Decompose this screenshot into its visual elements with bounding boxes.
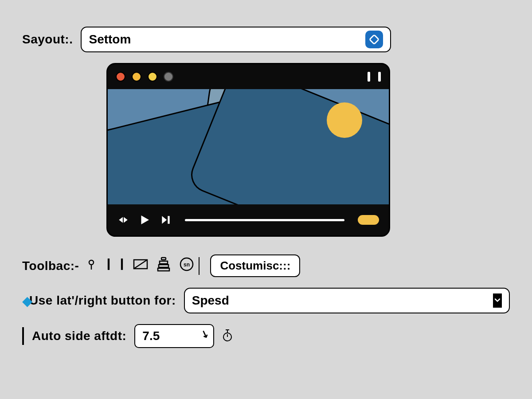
- progress-bar[interactable]: [185, 219, 344, 221]
- chevron-down-icon[interactable]: [493, 293, 502, 308]
- toolbar-divider: [199, 257, 200, 275]
- seconds-icon: [222, 327, 233, 345]
- indicator-bar-icon: [368, 72, 370, 82]
- bar-icon[interactable]: [120, 258, 124, 274]
- layout-label: Sayout:.: [22, 32, 73, 47]
- customize-button[interactable]: Costumisc:::: [210, 254, 300, 277]
- leftright-dropdown[interactable]: Spesd: [184, 288, 510, 313]
- marker-icon: ◆: [22, 293, 32, 309]
- bar-icon[interactable]: [106, 258, 111, 274]
- indicator-bar-icon: [378, 72, 381, 82]
- zoom-dot-icon[interactable]: [148, 72, 157, 82]
- svg-rect-7: [161, 258, 166, 260]
- svg-rect-4: [121, 258, 123, 270]
- autohide-label: Auto side aftdt:: [32, 329, 126, 343]
- search-icon[interactable]: [87, 258, 98, 274]
- vertical-divider: [22, 327, 24, 345]
- minimize-dot-icon[interactable]: [132, 72, 141, 82]
- player-canvas: [108, 89, 389, 204]
- leftright-label: Use lat'/right button for:: [29, 293, 176, 308]
- autohide-value: 7.5: [142, 329, 160, 343]
- leftright-value: Spesd: [192, 293, 229, 308]
- player-controls: [108, 204, 389, 235]
- svg-rect-0: [370, 35, 379, 44]
- prev-button[interactable]: [117, 214, 129, 226]
- next-button[interactable]: [160, 214, 172, 226]
- layout-dropdown[interactable]: Settom: [81, 27, 391, 52]
- extra-dot-icon: [164, 72, 173, 82]
- layout-value: Settom: [89, 32, 131, 47]
- toolbar-label: Toolbac:-: [22, 259, 79, 273]
- stack-icon[interactable]: [157, 257, 170, 275]
- toolbar-icons: sn: [87, 257, 194, 275]
- close-dot-icon[interactable]: [116, 72, 125, 82]
- svg-line-6: [134, 260, 147, 269]
- autohide-input[interactable]: 7.5 ↘: [134, 324, 214, 348]
- play-button[interactable]: [138, 213, 151, 227]
- player-titlebar: [108, 64, 389, 89]
- svg-text:sn: sn: [184, 262, 190, 268]
- time-pill: [358, 215, 379, 225]
- svg-rect-3: [108, 258, 110, 270]
- svg-point-1: [89, 260, 94, 265]
- stepper-icon[interactable]: ↘: [199, 328, 211, 341]
- circle-label-icon[interactable]: sn: [179, 257, 194, 275]
- layout-dropdown-icon[interactable]: [365, 31, 383, 48]
- crossed-box-icon[interactable]: [133, 258, 148, 274]
- player-preview: [106, 63, 390, 237]
